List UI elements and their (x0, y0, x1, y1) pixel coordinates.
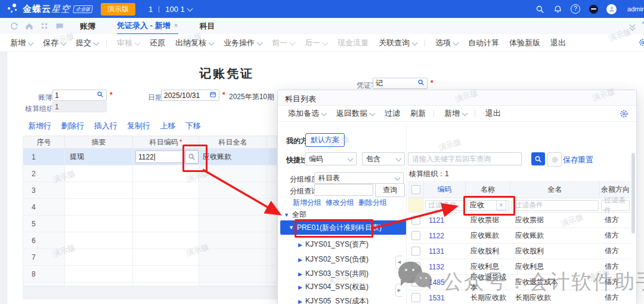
row-checkbox[interactable] (408, 278, 424, 287)
search-icon[interactable] (535, 4, 544, 14)
row-checkbox[interactable] (408, 262, 424, 271)
add-group-link[interactable]: 新增分组 (293, 198, 321, 208)
dialog-settings-gear-icon[interactable] (619, 109, 629, 121)
collapse-panel-handle[interactable]: ◀ (395, 256, 402, 269)
delete-group-link[interactable]: 删除分组 (358, 198, 387, 208)
org-selector[interactable]: 1100 1 (148, 5, 192, 14)
clear-filter-icon[interactable]: × (496, 200, 506, 210)
close-icon[interactable]: × (285, 94, 630, 103)
account-row[interactable]: 1122应收账款应收账款借方 (408, 228, 631, 244)
search-button[interactable] (531, 152, 545, 165)
toolbar-try-new-button[interactable]: 体验新版 (509, 38, 540, 48)
copy-row-link[interactable]: 复制行 (127, 121, 150, 130)
toolbar-auto-calc-button[interactable]: 自动计算 (468, 38, 499, 48)
lookup-magnifier-icon[interactable] (417, 79, 425, 88)
do-not-disturb-icon[interactable] (589, 4, 598, 14)
notifications-bell-icon[interactable] (553, 4, 562, 14)
refresh-button[interactable]: 刷新 (410, 108, 426, 119)
grid-row[interactable]: 3 (23, 182, 278, 199)
tree-node[interactable]: ▶KJYS02_SYS(负债) (298, 254, 369, 265)
tab-accounts[interactable]: 科目 (200, 18, 215, 34)
filter-button[interactable]: 过滤 (385, 108, 400, 119)
group-query-button[interactable]: 查询 (375, 183, 405, 197)
select-all-checkbox[interactable] (408, 181, 424, 198)
calendar-icon[interactable] (209, 91, 216, 100)
row-checkbox[interactable] (408, 216, 424, 225)
dialog-titlebar[interactable]: 科目列表 × (278, 90, 636, 106)
tree-node[interactable]: ▶KJYS03_SYS(共同) (298, 269, 369, 279)
group-dimension-select[interactable]: 科目表 (314, 172, 404, 184)
tree-root-node[interactable]: ▼全部 (284, 210, 306, 220)
direction-filter-input[interactable]: 过滤条件 (600, 198, 631, 212)
toolbar-restore-button[interactable]: 还原 (150, 38, 165, 48)
expand-panel-handle[interactable]: ▶ (395, 284, 402, 297)
collapse-double-chevron-icon[interactable] (630, 23, 634, 30)
toolbar-exit-button[interactable]: 退出 (550, 38, 566, 48)
account-row[interactable]: 1121应收票据应收票据借方 (408, 213, 631, 228)
default-plan-button[interactable]: 默认方案 (305, 133, 345, 147)
move-down-link[interactable]: 下移 (185, 121, 201, 130)
col-header-name[interactable]: 名称 (466, 181, 510, 198)
account-row[interactable]: 1131应收股利应收股利借方 (408, 244, 631, 259)
voucher-word-field[interactable]: 记 (373, 78, 428, 89)
cell-summary[interactable]: 提现 (65, 149, 133, 165)
grid-row[interactable]: 5 (23, 216, 278, 232)
edit-group-link[interactable]: 修改分组 (326, 198, 354, 208)
col-header-code[interactable]: 编码 (424, 181, 466, 198)
new-button[interactable]: 新增 (444, 108, 467, 119)
grid-row[interactable]: 2 (23, 165, 278, 182)
delete-row-link[interactable]: 删除行 (61, 121, 84, 130)
insert-row-link[interactable]: 插入行 (94, 121, 117, 130)
tab-account-books[interactable]: 账簿 (80, 18, 95, 34)
tree-node[interactable]: ▶KJYS04_SYS(权益) (298, 282, 369, 292)
row-checkbox[interactable] (408, 231, 424, 240)
reset-filter-link[interactable]: 重置 (578, 155, 593, 165)
tree-node-selected[interactable]: ▼PRE01(新会计准则科目表) (280, 220, 406, 235)
row-checkbox[interactable] (408, 293, 424, 302)
user-avatar[interactable] (606, 4, 617, 14)
quick-filter-operator-select[interactable]: 包含 (362, 152, 405, 165)
account-row[interactable]: 1485应收退货成本应收退货成本借方 (408, 275, 631, 290)
filter-settings-gear-icon[interactable] (547, 152, 562, 167)
grid-row-selected[interactable]: 1 提现 1122 应收账款 (23, 149, 278, 165)
chat-icon[interactable] (55, 22, 64, 31)
toolbar-related-query-button[interactable]: 关联查询 (379, 38, 417, 48)
sync-icon[interactable] (10, 22, 19, 31)
row-checkbox[interactable] (408, 247, 424, 256)
grid-row[interactable]: 8 (23, 266, 278, 282)
tree-node[interactable]: ▶KJYS05_SYS(成本) (298, 296, 369, 304)
expand-icon[interactable] (642, 21, 644, 31)
lookup-magnifier-icon[interactable] (97, 91, 104, 100)
exit-button[interactable]: 退出 (485, 108, 501, 119)
date-field[interactable]: 2025/10/31 (161, 90, 219, 101)
return-data-button[interactable]: 返回数据 (336, 108, 374, 119)
toolbar-business-ops-button[interactable]: 业务操作 (224, 38, 262, 48)
tab-voucher-entry-new[interactable]: 凭证录入 - 新增× (117, 17, 178, 35)
add-row-link[interactable]: 新增行 (28, 121, 51, 130)
tree-node[interactable]: ▶KJYS01_SYS(资产) (298, 239, 369, 250)
toolbar-options-button[interactable]: 选项 (435, 38, 458, 48)
account-lookup-button[interactable] (185, 150, 199, 164)
toolbar-settings-gear-icon[interactable] (638, 38, 644, 49)
keyword-search-input[interactable]: 请输入关键字后回车查询 (408, 152, 522, 165)
close-tab-icon[interactable]: × (174, 22, 178, 30)
account-row[interactable]: 1531长期应收款长期应收款借方 (408, 290, 631, 304)
username-label[interactable]: admin (627, 5, 644, 13)
grid-row[interactable]: 7 (23, 249, 278, 266)
home-icon[interactable] (24, 22, 34, 31)
toolbar-new-button[interactable]: 新增 (10, 38, 33, 48)
toolbar-save-button[interactable]: 保存 (43, 38, 66, 48)
name-filter-input[interactable]: 应收× (466, 198, 510, 212)
account-row[interactable]: 1132应收利息应收利息借方 (408, 259, 631, 275)
apps-grid-icon[interactable] (40, 22, 49, 30)
save-filter-link[interactable]: 保存 (563, 155, 578, 165)
fullname-filter-input[interactable]: 过滤条件 (510, 198, 600, 212)
col-header-fullname[interactable]: 全名 (510, 181, 600, 198)
book-field[interactable]: 1 (52, 90, 107, 101)
cell-account-code[interactable]: 1122 (133, 149, 199, 165)
quick-filter-field-select[interactable]: 编码 (305, 152, 357, 165)
grid-row[interactable]: 4 (23, 199, 278, 216)
move-up-link[interactable]: 上移 (160, 121, 175, 130)
toolbar-submit-button[interactable]: 提交 (76, 38, 98, 48)
code-filter-input[interactable]: 过滤条件 (424, 198, 466, 212)
